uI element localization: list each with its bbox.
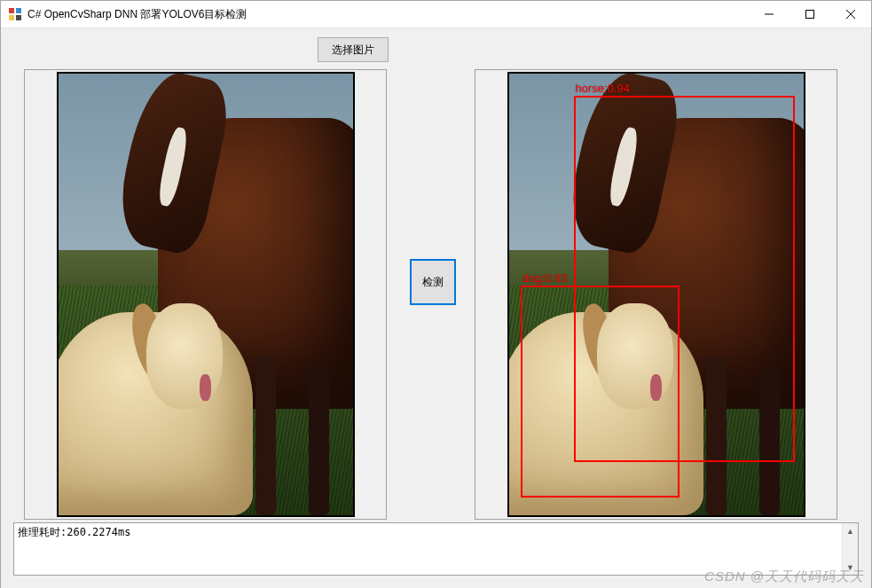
- title-bar[interactable]: C# OpenCvSharp DNN 部署YOLOV6目标检测: [1, 1, 871, 28]
- input-image: [57, 72, 355, 517]
- maximize-button[interactable]: [790, 1, 830, 27]
- output-image-frame: horse:0.94dog:0.93: [475, 69, 837, 520]
- svg-rect-0: [9, 8, 14, 13]
- scroll-up-icon[interactable]: ▲: [843, 523, 858, 538]
- detection-box-1: dog:0.93: [521, 286, 680, 498]
- client-area: 选择图片 检测 horse:0.94dog:0.93 推理耗时:: [1, 28, 871, 588]
- svg-rect-3: [16, 15, 21, 20]
- log-output: 推理耗时:260.2274ms ▲ ▼: [13, 522, 859, 576]
- input-image-frame: [24, 69, 387, 520]
- output-image: horse:0.94dog:0.93: [507, 72, 805, 517]
- svg-rect-5: [806, 11, 814, 19]
- svg-rect-2: [9, 15, 14, 20]
- svg-rect-1: [16, 8, 21, 13]
- app-icon: [8, 7, 22, 21]
- scroll-down-icon[interactable]: ▼: [843, 560, 858, 575]
- input-scene: [59, 74, 353, 515]
- application-window: C# OpenCvSharp DNN 部署YOLOV6目标检测 选择图片 检测: [0, 0, 872, 588]
- detection-label-0: horse:0.94: [576, 82, 630, 95]
- detection-label-1: dog:0.93: [522, 271, 568, 285]
- window-title: C# OpenCvSharp DNN 部署YOLOV6目标检测: [27, 7, 749, 22]
- detect-button[interactable]: 检测: [410, 259, 456, 305]
- minimize-button[interactable]: [749, 1, 790, 27]
- log-scrollbar[interactable]: ▲ ▼: [842, 523, 858, 575]
- close-button[interactable]: [830, 1, 871, 27]
- log-text[interactable]: 推理耗时:260.2274ms: [18, 525, 842, 573]
- select-image-button[interactable]: 选择图片: [318, 37, 389, 62]
